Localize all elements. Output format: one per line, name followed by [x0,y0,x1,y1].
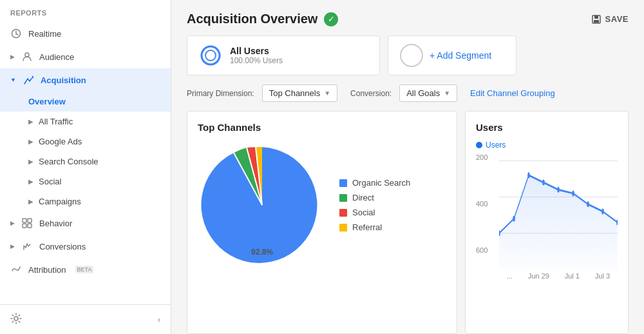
sidebar-bottom: ‹ [0,304,171,334]
legend-dot-organic [339,179,347,187]
sidebar-sub-all-traffic[interactable]: ▶ All Traffic [0,112,171,132]
pie-area: 92.8% Organic Search Direct Social [198,141,446,270]
svg-point-26 [557,187,560,193]
users-series-label: Users [476,141,618,150]
sidebar-sub-overview[interactable]: Overview [0,92,171,112]
svg-point-14 [202,46,220,64]
svg-point-28 [587,201,589,207]
sidebar-sub-social[interactable]: ▶ Social [0,172,171,192]
chevron-right-icon: ▶ [28,198,33,205]
series-label-text: Users [486,141,506,150]
x-axis: ... Jun 29 Jul 1 Jul 3 [476,272,618,280]
page-title: Acquisition Overview [187,12,317,26]
sidebar-sub-all-traffic-label: All Traffic [39,117,73,126]
series-dot-icon [476,142,482,148]
chevron-right-icon: ▶ [10,220,15,226]
primary-dimension-label: Primary Dimension: [187,89,254,98]
acquisition-icon [23,74,34,86]
primary-dimension-value: Top Channels [269,88,321,98]
x-label-jul3: Jul 3 [595,272,610,280]
legend-referral-label: Referral [352,222,382,232]
sidebar-item-attribution[interactable]: Attribution BETA [0,258,171,281]
segments-row: All Users 100.00% Users + Add Segment [171,35,644,84]
sidebar-item-acquisition-label: Acquisition [41,75,86,85]
chevron-right-icon: ▶ [28,118,33,125]
y-label-600: 600 [476,246,495,254]
main-content: Acquisition Overview ✓ SAVE All Users 10… [171,0,644,334]
legend-referral: Referral [339,222,410,232]
conversion-label: Conversion: [350,89,392,98]
y-axis: 600 400 200 [476,153,495,254]
beta-badge: BETA [75,266,94,273]
sidebar-sub-search-console-label: Search Console [39,157,99,166]
svg-point-25 [542,180,545,186]
all-users-segment[interactable]: All Users 100.00% Users [187,35,380,75]
svg-point-23 [513,216,515,222]
sidebar-item-realtime-label: Realtime [28,29,61,39]
sidebar-item-conversions-label: Conversions [39,242,86,251]
sidebar-item-behavior-label: Behavior [39,219,72,228]
sidebar-item-acquisition[interactable]: ▼ Acquisition [0,68,171,92]
top-channels-title: Top Channels [198,122,446,133]
sidebar-sub-google-ads[interactable]: ▶ Google Ads [0,132,171,152]
segment-info: All Users 100.00% Users [230,46,283,65]
line-svg-container [499,153,618,270]
edit-channel-grouping-link[interactable]: Edit Channel Grouping [470,88,555,98]
legend-dot-direct [339,194,347,202]
chevron-right-icon: ▶ [28,178,33,185]
sidebar-sub-overview-label: Overview [28,97,66,106]
svg-point-15 [205,50,216,61]
legend-social-label: Social [352,208,375,217]
add-segment-button[interactable]: + Add Segment [388,35,516,75]
save-label: SAVE [605,14,629,24]
segment-sub: 100.00% Users [230,56,283,65]
svg-point-27 [572,190,574,196]
page-header: Acquisition Overview ✓ SAVE [171,0,644,35]
svg-rect-6 [28,219,32,222]
behavior-icon [21,217,33,229]
legend-direct: Direct [339,193,410,202]
chevron-right-icon: ▶ [28,158,33,165]
chart-legend: Organic Search Direct Social Referral [339,178,410,232]
sidebar-item-audience[interactable]: ▶ Audience [0,45,171,68]
svg-line-2 [16,34,18,35]
sidebar-sub-google-ads-label: Google Ads [39,137,82,146]
legend-organic-label: Organic Search [352,178,410,188]
verified-icon: ✓ [324,12,338,26]
svg-rect-11 [594,15,598,19]
svg-point-9 [14,317,18,320]
sidebar-item-realtime[interactable]: Realtime [0,22,171,45]
save-button[interactable]: SAVE [591,14,629,25]
sidebar: REPORTS Realtime ▶ Audience ▼ Acquisitio… [0,0,171,334]
chevron-right-icon: ▶ [10,54,15,60]
sidebar-sub-search-console[interactable]: ▶ Search Console [0,152,171,172]
svg-rect-5 [23,219,26,222]
sidebar-item-audience-label: Audience [39,52,74,62]
x-label-jun29: Jun 29 [528,272,549,280]
users-chart-card: Users Users 600 400 200 [465,111,629,334]
primary-dimension-select[interactable]: Top Channels ▼ [262,84,337,102]
sidebar-item-behavior[interactable]: ▶ Behavior [0,211,171,235]
y-label-200: 200 [476,153,495,161]
sidebar-item-conversions[interactable]: ▶ Conversions [0,235,171,258]
person-icon [21,51,33,63]
gear-icon[interactable] [10,313,22,326]
collapse-icon[interactable]: ‹ [158,315,160,324]
dropdown-arrow-icon: ▼ [324,90,330,97]
legend-social: Social [339,208,410,217]
chevron-right-icon: ▶ [28,138,33,145]
reports-label: REPORTS [0,0,171,22]
conversion-select[interactable]: All Goals ▼ [399,84,457,102]
dimension-row: Primary Dimension: Top Channels ▼ Conver… [171,84,644,111]
y-label-400: 400 [476,200,495,208]
clock-icon [10,28,22,39]
attribution-icon [10,264,22,275]
add-segment-label: + Add Segment [430,50,491,61]
legend-dot-social [339,209,347,217]
legend-organic: Organic Search [339,178,410,188]
dropdown-arrow-icon: ▼ [444,90,450,97]
conversion-value: All Goals [406,88,440,98]
svg-rect-8 [28,224,32,228]
sidebar-sub-campaigns[interactable]: ▶ Campaigns [0,192,171,211]
chevron-right-icon: ▶ [10,243,15,250]
